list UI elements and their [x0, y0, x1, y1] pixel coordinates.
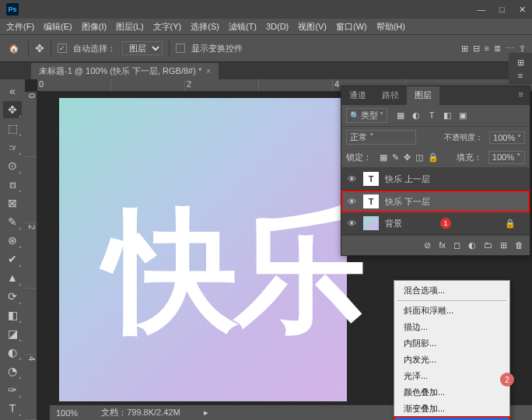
filter-type-icon[interactable]: T: [426, 110, 437, 121]
more-icon[interactable]: ⋯: [506, 44, 514, 54]
maximize-button[interactable]: □: [499, 5, 505, 15]
right-dock[interactable]: ⊞ ≡: [509, 53, 532, 84]
move-tool[interactable]: ✥: [3, 101, 22, 118]
tab-paths[interactable]: 路径: [374, 86, 407, 105]
menu-pattern-overlay[interactable]: 图案叠加...: [394, 417, 509, 420]
align-icon[interactable]: ≡: [485, 44, 489, 54]
heal-tool[interactable]: ⊛: [3, 232, 22, 249]
filter-pixel-icon[interactable]: ▦: [395, 110, 406, 121]
eyedropper-tool[interactable]: ✎: [3, 213, 22, 230]
menu-inner-glow[interactable]: 内发光...: [394, 352, 509, 368]
annotation-badge-1: 1: [440, 218, 451, 229]
blend-mode-select[interactable]: 正常 ˅: [346, 130, 416, 145]
autoselect-checkbox[interactable]: ✓: [58, 44, 67, 53]
type-tool[interactable]: T: [3, 400, 22, 417]
menu-blend-options[interactable]: 混合选项...: [394, 282, 509, 299]
lock-artboard-icon[interactable]: ◫: [415, 152, 423, 163]
menu-filter[interactable]: 滤镜(T): [229, 21, 257, 33]
history-brush-tool[interactable]: ⟳: [3, 288, 22, 305]
marquee-tool[interactable]: ⬚: [3, 120, 22, 137]
group-icon[interactable]: 🗀: [484, 240, 492, 250]
menu-window[interactable]: 窗口(W): [336, 21, 367, 33]
title-bar: Ps — □ ✕: [0, 0, 532, 19]
zoom-level[interactable]: 100%: [56, 408, 78, 418]
minimize-button[interactable]: —: [477, 5, 485, 15]
link-layers-icon[interactable]: ⊘: [424, 240, 431, 250]
status-arrow-icon[interactable]: ▸: [204, 408, 208, 418]
menu-file[interactable]: 文件(F): [6, 21, 34, 33]
lock-pixels-icon[interactable]: ▦: [380, 152, 387, 163]
panel-menu-icon[interactable]: ≡: [513, 86, 530, 105]
pen-tool[interactable]: ✑: [3, 381, 22, 398]
layer-name[interactable]: 快乐 下一层: [385, 196, 430, 208]
layer-name[interactable]: 背景: [385, 218, 402, 229]
move-tool-icon[interactable]: ✥: [35, 42, 44, 54]
menu-gradient-overlay[interactable]: 渐变叠加...: [394, 401, 509, 417]
stamp-tool[interactable]: ▲: [3, 269, 22, 286]
lasso-tool[interactable]: ⟉: [3, 138, 22, 156]
menu-bevel[interactable]: 斜面和浮雕...: [394, 303, 509, 319]
transform-checkbox[interactable]: [176, 44, 185, 53]
dodge-tool[interactable]: ◔: [3, 362, 22, 380]
adjustment-layer-icon[interactable]: ◐: [468, 240, 476, 250]
blur-tool[interactable]: ◐: [3, 344, 22, 361]
layer-row[interactable]: 👁 T 快乐 上一层: [341, 168, 530, 191]
align-icon[interactable]: ⊞: [461, 44, 468, 54]
ruler-vertical: 024: [25, 92, 37, 420]
quick-select-tool[interactable]: ⊙: [3, 157, 22, 174]
canvas-text: 快乐: [106, 184, 362, 362]
layer-row-selected[interactable]: 👁 T 快乐 下一层: [341, 191, 530, 212]
crop-tool[interactable]: ⧈: [3, 176, 22, 193]
lock-position-icon[interactable]: ✥: [404, 152, 411, 163]
menu-image[interactable]: 图像(I): [82, 21, 107, 33]
menu-3d[interactable]: 3D(D): [266, 22, 289, 31]
menu-edit[interactable]: 编辑(E): [44, 21, 72, 33]
menu-type[interactable]: 文字(Y): [153, 21, 182, 33]
lock-icon[interactable]: 🔒: [505, 219, 516, 229]
layer-name[interactable]: 快乐 上一层: [385, 173, 430, 185]
layer-row-background[interactable]: 👁 背景 1 🔒: [341, 212, 530, 235]
tab-channels[interactable]: 通道: [341, 86, 374, 105]
collapse-icon[interactable]: «: [3, 82, 22, 100]
filter-adjust-icon[interactable]: ◐: [411, 110, 422, 121]
layer-filter-select[interactable]: 🔍 类型 ˅: [346, 108, 387, 123]
align-icon[interactable]: ⊟: [473, 44, 480, 54]
menu-help[interactable]: 帮助(H): [376, 21, 405, 33]
new-layer-icon[interactable]: ⊞: [500, 240, 507, 250]
gradient-tool[interactable]: ◪: [3, 325, 22, 342]
lock-all-icon[interactable]: 🔒: [428, 152, 439, 163]
align-icon[interactable]: ≣: [494, 44, 501, 54]
close-button[interactable]: ✕: [519, 5, 526, 15]
filter-smart-icon[interactable]: ▣: [457, 110, 468, 121]
opacity-value[interactable]: 100% ˅: [489, 131, 525, 144]
tab-layers[interactable]: 图层: [407, 86, 439, 105]
filter-shape-icon[interactable]: ◧: [442, 110, 453, 121]
menu-stroke[interactable]: 描边...: [394, 319, 509, 335]
delete-layer-icon[interactable]: 🗑: [515, 240, 523, 250]
visibility-icon[interactable]: 👁: [346, 197, 357, 206]
tab-close-icon[interactable]: ×: [206, 67, 211, 75]
frame-tool[interactable]: ⊠: [3, 194, 22, 212]
brush-tool[interactable]: ✔: [3, 250, 22, 268]
menu-color-overlay[interactable]: 颜色叠加...: [394, 384, 509, 401]
eraser-tool[interactable]: ◧: [3, 306, 22, 324]
menu-view[interactable]: 视图(V): [298, 21, 327, 33]
layer-mask-icon[interactable]: ◻: [453, 240, 460, 250]
dock-icon[interactable]: ⊞: [517, 58, 524, 68]
visibility-icon[interactable]: 👁: [346, 174, 357, 184]
share-icon[interactable]: ⇪: [519, 44, 526, 54]
home-icon[interactable]: 🏠: [6, 40, 22, 56]
layer-fx-icon[interactable]: fx: [439, 240, 446, 250]
autoselect-target[interactable]: 图层: [122, 41, 163, 55]
menu-inner-shadow[interactable]: 内阴影...: [394, 335, 509, 352]
menu-satin[interactable]: 光泽...: [394, 368, 509, 384]
menu-select[interactable]: 选择(S): [191, 21, 219, 33]
visibility-icon[interactable]: 👁: [346, 219, 357, 228]
menu-layer[interactable]: 图层(L): [116, 21, 143, 33]
fill-value[interactable]: 100% ˅: [488, 151, 525, 164]
lock-paint-icon[interactable]: ✎: [392, 152, 399, 163]
canvas[interactable]: 快乐: [59, 98, 347, 401]
menu-bar: 文件(F) 编辑(E) 图像(I) 图层(L) 文字(Y) 选择(S) 滤镜(T…: [0, 19, 532, 34]
document-tab[interactable]: 未标题-1 @ 100% (快乐 下一层, RGB/8#) * ×: [31, 63, 219, 79]
dock-icon[interactable]: ≡: [518, 71, 523, 80]
